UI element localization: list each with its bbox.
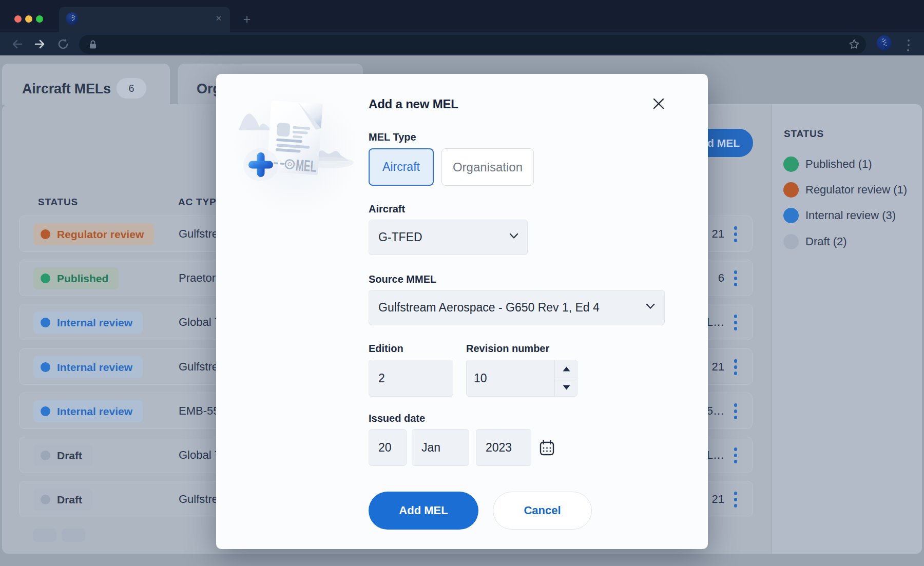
svg-text:MEL: MEL	[295, 156, 317, 175]
